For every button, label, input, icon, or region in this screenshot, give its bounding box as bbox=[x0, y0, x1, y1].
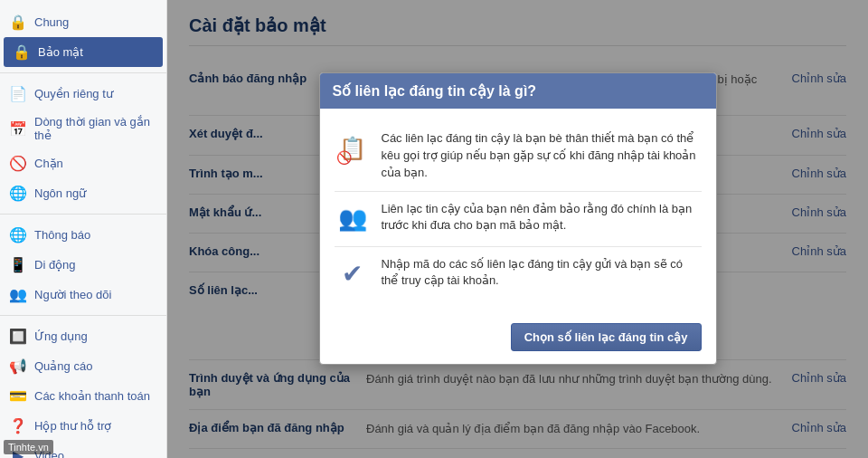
sidebar-item-label: Chặn bbox=[34, 157, 63, 170]
modal-body: 📋 🚫 Các liên lạc đáng tin cậy là bạn bè … bbox=[320, 109, 716, 314]
quang-cao-icon: 📢 bbox=[9, 358, 27, 375]
modal-item-2: 👥 Liên lạc tin cậy của bạn nên đảm bảo r… bbox=[335, 192, 702, 247]
dong-thoi-gian-icon: 📅 bbox=[9, 120, 27, 138]
modal: Số liên lạc đáng tin cậy là gì? 📋 🚫 Các … bbox=[319, 72, 717, 365]
sidebar: 🔒 Chung 🔒 Bảo mật 📄 Quyền riêng tư 📅 Dòn… bbox=[0, 0, 167, 458]
watermark: Tinhte.vn bbox=[4, 440, 53, 454]
ngon-ngu-icon: 🌐 bbox=[9, 185, 27, 202]
sidebar-item-label: Chung bbox=[34, 15, 69, 29]
modal-doc-icon: 📋 🚫 bbox=[335, 130, 371, 167]
sidebar-item-di-dong[interactable]: 📱 Di động bbox=[0, 250, 166, 280]
modal-overlay: Số liên lạc đáng tin cậy là gì? 📋 🚫 Các … bbox=[167, 0, 868, 458]
di-dong-icon: 📱 bbox=[9, 256, 27, 273]
sidebar-item-chan[interactable]: 🚫 Chặn bbox=[0, 148, 166, 178]
main-content: Cài đặt bảo mật Cảnh báo đăng nhập Nhận … bbox=[167, 0, 868, 458]
sidebar-divider3 bbox=[0, 315, 166, 316]
chung-icon: 🔒 bbox=[9, 14, 27, 31]
quyen-icon: 📄 bbox=[9, 85, 27, 102]
sidebar-item-label: Di động bbox=[34, 258, 76, 272]
modal-check-icon: ✔ bbox=[335, 256, 371, 292]
sidebar-item-thong-bao[interactable]: 🌐 Thông báo bbox=[0, 220, 166, 250]
sidebar-item-label: Quyền riêng tư bbox=[34, 87, 113, 100]
baomatact-icon: 🔒 bbox=[13, 43, 31, 61]
sidebar-item-label: Người theo dõi bbox=[34, 288, 111, 301]
sidebar-item-cac-khoan[interactable]: 💳 Các khoản thanh toán bbox=[0, 381, 166, 411]
modal-footer: Chọn số liên lạc đáng tin cậy bbox=[320, 314, 716, 364]
ung-dung-icon: 🔲 bbox=[9, 328, 27, 345]
sidebar-item-hop-thu[interactable]: ❓ Hộp thư hỗ trợ bbox=[0, 411, 166, 441]
sidebar-item-nguoi-theo-doi[interactable]: 👥 Người theo dõi bbox=[0, 280, 166, 310]
sidebar-item-label: Ứng dụng bbox=[34, 329, 88, 343]
sidebar-item-quang-cao[interactable]: 📢 Quảng cáo bbox=[0, 351, 166, 381]
modal-item-1-text: Các liên lạc đáng tin cậy là bạn bè thân… bbox=[382, 130, 702, 182]
cac-khoan-icon: 💳 bbox=[9, 387, 27, 405]
sidebar-item-label: Ngôn ngữ bbox=[34, 186, 86, 200]
sidebar-item-label: Quảng cáo bbox=[34, 359, 92, 373]
sidebar-item-quyen[interactable]: 📄 Quyền riêng tư bbox=[0, 79, 166, 109]
sidebar-divider2 bbox=[0, 214, 166, 215]
sidebar-item-chung[interactable]: 🔒 Chung bbox=[0, 7, 166, 37]
modal-item-2-text: Liên lạc tin cậy của bạn nên đảm bảo rằn… bbox=[382, 201, 702, 235]
modal-header: Số liên lạc đáng tin cậy là gì? bbox=[320, 73, 716, 109]
nguoi-theo-doi-icon: 👥 bbox=[9, 286, 27, 303]
sidebar-item-dong-thoi-gian[interactable]: 📅 Dòng thời gian và gắn thẻ bbox=[0, 109, 166, 148]
modal-action-button[interactable]: Chọn số liên lạc đáng tin cậy bbox=[511, 323, 702, 351]
sidebar-item-label: Thông báo bbox=[34, 228, 90, 242]
sidebar-item-label: Hộp thư hỗ trợ bbox=[34, 419, 111, 433]
sidebar-item-label: Các khoản thanh toán bbox=[34, 389, 150, 403]
sidebar-item-ngon-ngu[interactable]: 🌐 Ngôn ngữ bbox=[0, 178, 166, 208]
hop-thu-icon: ❓ bbox=[9, 417, 27, 434]
thong-bao-icon: 🌐 bbox=[9, 226, 27, 243]
modal-item-3-text: Nhập mã do các số liên lạc đáng tin cậy … bbox=[382, 256, 702, 291]
sidebar-item-label: Bảo mật bbox=[38, 45, 83, 59]
modal-item-1: 📋 🚫 Các liên lạc đáng tin cậy là bạn bè … bbox=[335, 121, 702, 192]
sidebar-divider bbox=[0, 72, 166, 73]
sidebar-item-ung-dung[interactable]: 🔲 Ứng dụng bbox=[0, 321, 166, 351]
modal-people-icon: 👥 bbox=[335, 201, 371, 237]
sidebar-item-label: Dòng thời gian và gắn thẻ bbox=[34, 115, 157, 142]
chan-icon: 🚫 bbox=[9, 155, 27, 172]
sidebar-item-baomatact[interactable]: 🔒 Bảo mật bbox=[4, 37, 163, 67]
modal-item-3: ✔ Nhập mã do các số liên lạc đáng tin cậ… bbox=[335, 247, 702, 301]
